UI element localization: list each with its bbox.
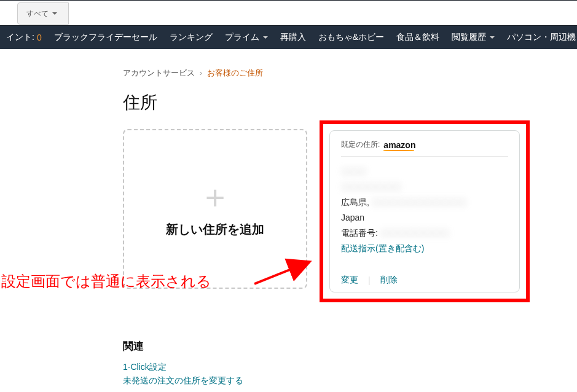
- default-address-prefix: 既定の住所:: [341, 139, 380, 150]
- card-actions: 変更 | 削除: [341, 270, 508, 286]
- card-header: 既定の住所: amazon: [341, 139, 508, 157]
- breadcrumb: アカウントサービス › お客様のご住所: [123, 68, 577, 79]
- add-address-label: 新しい住所を追加: [166, 221, 264, 238]
- address-phone: 電話番号: 〇〇〇〇〇〇〇〇: [341, 227, 508, 240]
- points-prefix: イント:: [6, 32, 34, 43]
- annotation-text: 設定画面では普通に表示される: [1, 272, 211, 291]
- points-value: 0: [37, 33, 42, 42]
- nav-item-pc[interactable]: パソコン・周辺機: [501, 26, 577, 49]
- nav-item-food[interactable]: 食品＆飲料: [390, 26, 446, 49]
- delivery-instructions-link[interactable]: 配送指示(置き配含む): [341, 242, 508, 255]
- action-divider: |: [368, 275, 371, 285]
- chevron-down-icon: [490, 36, 495, 39]
- amazon-logo: amazon: [383, 140, 415, 150]
- content: アカウントサービス › お客様のご住所 住所 + 新しい住所を追加 既定の住所:…: [0, 49, 577, 386]
- add-address-card[interactable]: + 新しい住所を追加: [123, 129, 307, 289]
- annotation-highlight-box: 既定の住所: amazon 〇〇〇 〇〇〇〇〇〇〇 広島県, 〇〇〇〇〇〇〇〇〇…: [320, 120, 530, 302]
- related-link-1click[interactable]: 1-Click設定: [123, 362, 577, 373]
- main-nav: イント: 0 ブラックフライデーセール ランキング プライム 再購入 おもちゃ&…: [0, 26, 577, 49]
- delete-address-link[interactable]: 削除: [380, 275, 398, 286]
- search-category-dropdown[interactable]: すべて: [17, 2, 69, 25]
- chevron-down-icon: [263, 36, 268, 39]
- related-section: 関連 1-Click設定 未発送の注文の住所を変更する: [123, 339, 577, 386]
- plus-icon: +: [205, 181, 226, 215]
- address-country: Japan: [341, 211, 508, 224]
- related-heading: 関連: [123, 339, 577, 353]
- address-name: 〇〇〇: [341, 165, 508, 178]
- default-address-card: 既定の住所: amazon 〇〇〇 〇〇〇〇〇〇〇 広島県, 〇〇〇〇〇〇〇〇〇…: [329, 130, 520, 292]
- nav-item-toys[interactable]: おもちゃ&ホビー: [312, 26, 390, 49]
- edit-address-link[interactable]: 変更: [341, 275, 358, 286]
- breadcrumb-root[interactable]: アカウントサービス: [123, 68, 195, 77]
- nav-points[interactable]: イント: 0: [0, 26, 48, 49]
- page-title: 住所: [123, 91, 577, 114]
- chevron-down-icon: [52, 12, 57, 15]
- nav-item-sale[interactable]: ブラックフライデーセール: [48, 26, 163, 49]
- nav-item-ranking[interactable]: ランキング: [163, 26, 219, 49]
- breadcrumb-separator: ›: [200, 68, 202, 77]
- nav-item-rebuy[interactable]: 再購入: [274, 26, 312, 49]
- search-row: すべて: [0, 0, 577, 26]
- related-link-change-address[interactable]: 未発送の注文の住所を変更する: [123, 375, 577, 386]
- search-category-label: すべて: [26, 9, 49, 19]
- nav-item-prime[interactable]: プライム: [219, 26, 274, 49]
- address-prefecture: 広島県, 〇〇〇〇〇〇〇〇〇〇〇: [341, 196, 508, 209]
- address-line2: 〇〇〇〇〇〇〇: [341, 181, 508, 194]
- breadcrumb-current: お客様のご住所: [207, 68, 263, 77]
- nav-item-history[interactable]: 閲覧履歴: [446, 26, 501, 49]
